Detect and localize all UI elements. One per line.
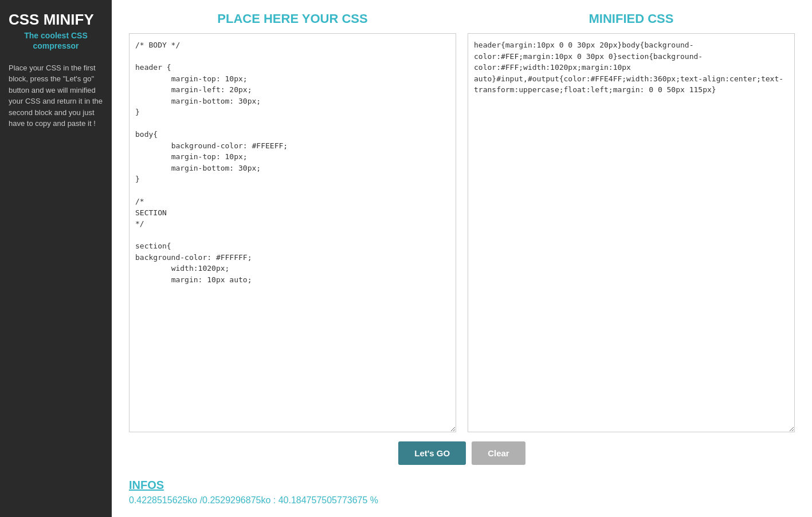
sidebar: CSS MINIFY The coolest CSS compressor Pl… — [0, 0, 112, 517]
clear-button[interactable]: Clear — [472, 441, 525, 465]
letsgo-button[interactable]: Let's GO — [398, 441, 466, 465]
infos-stats: 0.4228515625ko /0.2529296875ko : 40.1847… — [129, 495, 795, 506]
output-column-title: MINIFIED CSS — [468, 11, 795, 26]
output-column: MINIFIED CSS — [468, 11, 795, 432]
sidebar-description: Place your CSS in the first block, press… — [9, 62, 103, 129]
sidebar-subtitle: The coolest CSS compressor — [9, 30, 103, 51]
buttons-area: Let's GO Clear — [129, 441, 795, 465]
input-column-title: PLACE HERE YOUR CSS — [129, 11, 456, 26]
main-content: PLACE HERE YOUR CSS MINIFIED CSS Let's G… — [112, 0, 812, 517]
columns-area: PLACE HERE YOUR CSS MINIFIED CSS — [129, 11, 795, 432]
input-column: PLACE HERE YOUR CSS — [129, 11, 456, 432]
infos-section: INFOS 0.4228515625ko /0.2529296875ko : 4… — [129, 479, 795, 506]
css-output-textarea[interactable] — [468, 33, 795, 432]
css-input-textarea[interactable] — [129, 33, 456, 432]
sidebar-title: CSS MINIFY — [9, 11, 103, 28]
infos-title: INFOS — [129, 479, 795, 492]
